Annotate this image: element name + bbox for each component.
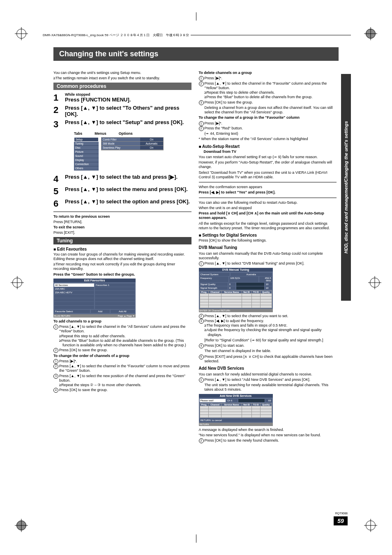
doc-id: RQT9088 — [335, 512, 348, 515]
registration-mark — [12, 278, 22, 288]
sub-bullet: ≥Adjust the frequency by checking the si… — [205, 328, 337, 337]
intro-text: You can change the unit's settings using… — [53, 71, 191, 75]
return-heading: To return to the previous screen — [53, 214, 191, 219]
list-item: Press [◀, ▶] to adjust the frequency. ≥T… — [199, 319, 337, 343]
alt-para: When the unit is on and stopped — [199, 206, 337, 210]
rule — [199, 198, 337, 198]
step-1: 1 While stopped Press [FUNCTION MENU]. — [53, 92, 191, 103]
ss-foot-btn: Add All — [111, 310, 135, 313]
step-text: Press [▲, ▼] to select "Setup" and press… — [65, 119, 191, 126]
auto-para: You can restart auto channel setting if … — [199, 155, 337, 159]
list-item: Press [▶]*. — [199, 76, 337, 81]
dvb-steps-rest: Press [▲, ▼] to select the channel you w… — [199, 314, 337, 364]
list-item: Press [OK] to save the group. Deleting a… — [199, 100, 337, 115]
label-tabs: Tabs — [74, 131, 82, 136]
sub-bullet: ≥Repeat this step to delete other channe… — [205, 90, 337, 95]
step-number: 3 — [53, 119, 62, 130]
setup-tab: Connection — [74, 162, 99, 166]
alt-para: You can also use the following method to… — [199, 200, 337, 205]
add-dvb-step-2: Press [OK] to save the newly found chann… — [199, 438, 337, 443]
order-steps: Press [▶]*. Press [▲, ▼] to select the c… — [53, 359, 191, 393]
alt-bold: Press and hold [∨ CH] and [CH ∧] on the … — [199, 211, 337, 221]
add-dvb-screenshot: Add New DVB Services Please wait! Ch 6 6… — [199, 394, 273, 426]
crop-mark — [196, 534, 196, 543]
setup-tab: Tuning — [74, 142, 99, 146]
list-item: Press [▲, ▼] to select the channel you w… — [199, 314, 337, 318]
step-text: Press [FUNCTION MENU]. — [65, 97, 191, 103]
menu-name: Still Mode — [101, 142, 140, 145]
ss-col-head: All Services — [54, 283, 94, 287]
sub-bullet: ≥Press the "Blue" button to delete all t… — [205, 95, 337, 99]
ss-title: Add New DVB Services — [199, 394, 273, 398]
ss-foot-btn: Favourite Select — [54, 310, 90, 313]
step-number: 4 — [53, 174, 62, 184]
dvb-manual-screenshot: DVB Manual Tuning Channel SystemAustrali… — [199, 268, 273, 312]
digital-services-heading: ■ Settings for Digital Services — [199, 233, 337, 237]
label-menus: Menus — [95, 131, 106, 136]
edit-fav-bullet: ≥Timer recording may not work correctly … — [53, 262, 191, 272]
auto-setup-heading: ■ Auto-Setup Restart — [199, 144, 337, 149]
menu-name: Comb Filter — [101, 138, 140, 141]
sub-bullet: ≥The frequency rises and falls in steps … — [205, 323, 337, 328]
step-4: 4 Press [▲, ▼] to select the tab and pre… — [53, 174, 191, 184]
setup-tab: Others — [74, 166, 99, 170]
confirm-body: Press [◀, ▶] to select "Yes" and press [… — [199, 190, 337, 195]
ss-foot-text: BLUE RETURN — [54, 315, 70, 317]
section-bar-tuning: Tuning — [53, 237, 191, 244]
auto-para: Select "Download from TV" when you conne… — [199, 170, 337, 180]
step-text: Press [▲, ▼] to select the option and pr… — [65, 198, 191, 205]
edit-favourites-heading: ■ Edit Favourites — [53, 247, 191, 251]
list-item: Press [OK] to save the group. — [53, 348, 191, 352]
add-dvb-step-1: Press [▲, ▼] to select "Add New DVB Serv… — [199, 378, 337, 392]
registration-mark — [16, 520, 26, 530]
crop-mark — [196, 12, 196, 21]
edit-fav-green: Press the "Green" button to select the g… — [53, 272, 191, 277]
rename-steps: Press [▶]*. Press the "Red" button. (➞ 4… — [199, 121, 337, 136]
digital-services-para: Press [OK] to show the following setting… — [199, 238, 337, 243]
add-channels-heading: To add channels to a group — [53, 319, 191, 324]
side-tab: HDD, disc and card management/Changing t… — [341, 74, 351, 301]
right-column: To delete channels on a group Press [▶]*… — [199, 70, 337, 444]
dvb-para: You can set channels manually that the D… — [199, 251, 337, 261]
menu-value: On — [140, 146, 163, 150]
dvb-manual-heading: DVB Manual Tuning — [199, 245, 337, 251]
sub-bullet: ≥Repeat the steps ② – ③ to move other ch… — [59, 383, 191, 387]
left-column: You can change the unit's settings using… — [53, 70, 191, 444]
add-dvb-after: A message is displayed when the search i… — [199, 428, 337, 432]
exit-body: Press [EXIT]. — [53, 230, 191, 235]
step-number: 5 — [53, 186, 62, 197]
page: DMR-XA78&88GN-RQT9088-L_eng.book 59 ページ … — [0, 0, 392, 555]
section-bar-common: Common procedures — [53, 83, 191, 90]
return-body: Press [RETURN]. — [53, 220, 191, 224]
step-6: 6 Press [▲, ▼] to select the option and … — [53, 198, 191, 209]
ss-ch: Ch 6 — [226, 399, 238, 402]
exit-heading: To exit the screen — [53, 225, 191, 230]
step-number: 1 — [53, 92, 62, 103]
sub-bullet: ≥Repeat this step to add other channels. — [59, 334, 191, 339]
ss-return: RETURN: to cancel — [200, 419, 272, 422]
add-channels-steps: Press [▲, ▼] to select the channel in th… — [53, 325, 191, 353]
ss-table: Prog. Channel Service Name Net ID TS ID … — [200, 290, 272, 308]
list-item: Press [▲, ▼] to select the new position … — [53, 374, 191, 388]
step-text: Press [▲, ▼] to select the menu and pres… — [65, 186, 191, 193]
rule — [199, 182, 337, 182]
edit-favourites-screenshot: Edit Favourites All Services Favourites … — [53, 279, 136, 318]
list-item: Press [▶]*. — [53, 359, 191, 364]
add-dvb-heading: Add New DVB Services — [199, 366, 337, 371]
list-item: Press [▲, ▼] to select "Add New DVB Serv… — [199, 378, 337, 392]
registration-mark — [370, 278, 380, 288]
sub-bullet: ≥Press the "Blue" button to add all the … — [59, 339, 191, 348]
ss-cell: 23A ABC — [54, 287, 94, 290]
list-item: Press [OK] to save the group. — [53, 388, 191, 392]
ss-cell: 23A ABC HDTV — [54, 291, 94, 294]
setup-tab: Setup — [74, 137, 99, 142]
dvb-step-1: Press [▲, ▼] to select "DVB Manual Tunin… — [199, 261, 337, 266]
edit-fav-para: You can create four groups of channels f… — [53, 252, 191, 262]
sub-note: The set channel is displayed in the tabl… — [205, 349, 337, 353]
step-number: 2 — [53, 105, 62, 117]
content-columns: You can change the unit's settings using… — [53, 70, 337, 444]
page-title: Changing the unit's settings — [53, 47, 339, 61]
ss-foot: RETURN — [199, 423, 273, 426]
add-dvb-after: "No new services found." is displayed wh… — [199, 433, 337, 438]
list-item: Press [▶]*. — [199, 121, 337, 126]
